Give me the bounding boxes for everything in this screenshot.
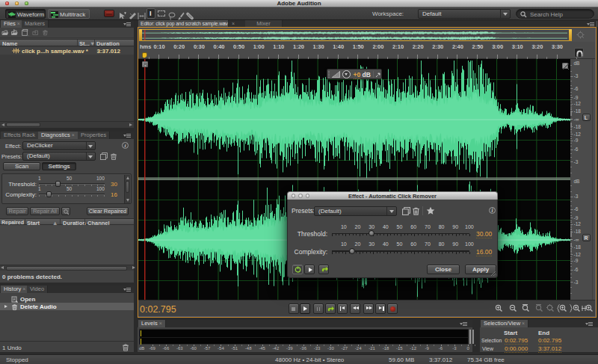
svg-text:.: . [28, 32, 29, 37]
